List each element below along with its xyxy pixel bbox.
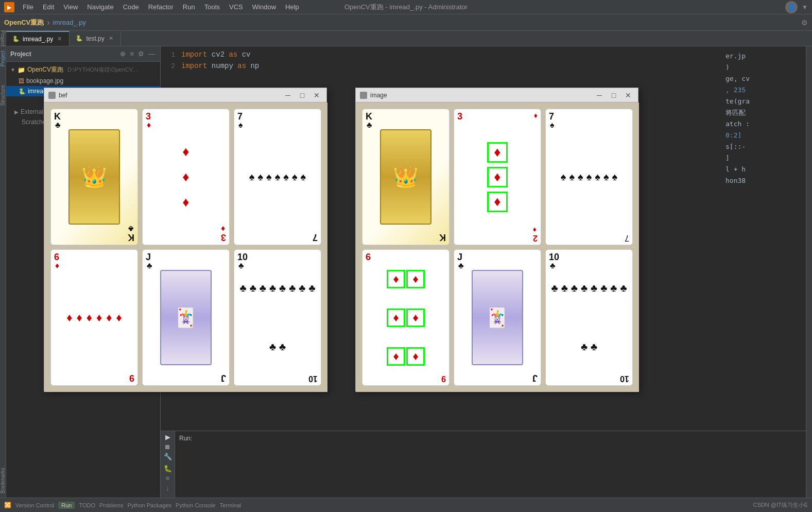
run-debug-btn[interactable]: 🐛	[164, 465, 172, 472]
menu-refactor[interactable]: Refactor	[144, 2, 178, 12]
code-line-2: 2 import numpy as np	[161, 62, 806, 73]
ide-window: ▶ File Edit View Navigate Code Refactor …	[0, 0, 812, 512]
img-d-2-wrap: ♦	[488, 168, 507, 186]
float-window-bef: bef ─ □ ✕ K ♣ 👑 K ♣ 3	[44, 88, 327, 391]
jack-figure: 🃏	[160, 270, 212, 365]
float-maximize-image[interactable]: □	[608, 90, 619, 101]
run-list-btn[interactable]: ≡	[166, 474, 170, 482]
float-minimize-image[interactable]: ─	[594, 90, 605, 101]
menu-window[interactable]: Window	[248, 2, 280, 12]
sidebar-project-tab[interactable]: Project	[0, 46, 6, 71]
img-diamond-3: ♦	[494, 194, 500, 210]
menu-tools[interactable]: Tools	[200, 2, 224, 12]
left-sidebar: Project Structure Bookmarks	[0, 46, 6, 498]
project-sidebar-label[interactable]: Project	[0, 30, 6, 46]
sync-btn[interactable]: ⊕	[119, 49, 127, 59]
c10-2: ♣	[250, 282, 256, 294]
tab-close-test[interactable]: ✕	[108, 35, 114, 42]
float-content-bef: K ♣ 👑 K ♣ 3 ♦ ♦ ♦ ♦	[44, 103, 327, 392]
img-jack-figure: 🃏	[472, 270, 524, 365]
jack-emoji: 🃏	[174, 307, 197, 329]
menu-vcs[interactable]: VCS	[225, 2, 247, 12]
folder-icon-root: 📁	[18, 66, 25, 74]
d6-4: ♦	[96, 311, 102, 325]
menu-help[interactable]: Help	[281, 2, 303, 12]
minus-btn[interactable]: —	[147, 49, 156, 59]
menu-file[interactable]: File	[19, 2, 38, 12]
partial-line-6: 将匹配	[725, 107, 804, 118]
partial-line-5: te(gra	[725, 96, 804, 107]
img-card-king-clubs: K ♣ 👑 K	[362, 109, 450, 245]
tree-root[interactable]: ▼ 📁 OpenCV重跑 D:\PYTHON项目\OpenCV...	[6, 64, 160, 76]
project-panel-header: Project ⊕ ≡ ⚙ —	[6, 46, 160, 62]
code-editor[interactable]: 1 import cv2 as cv 2 import numpy as np	[161, 46, 806, 77]
python-packages-btn[interactable]: Python Packages	[127, 502, 171, 508]
run-arrow-down-btn[interactable]: ↓	[166, 484, 169, 492]
tab-imread[interactable]: 🐍 imread_.py ✕	[6, 31, 70, 46]
diamond-2: ♦	[182, 169, 189, 185]
float-close-bef[interactable]: ✕	[311, 90, 322, 101]
c10-5: ♣	[279, 282, 286, 294]
c10-1: ♣	[240, 282, 247, 294]
card-jack-clubs: J ♣ 🃏 J	[142, 249, 230, 386]
git-icon[interactable]: 🔀	[4, 502, 11, 508]
right-sidebar	[806, 46, 812, 498]
float-title-text-bef: bef	[59, 92, 279, 99]
settings-btn[interactable]: ⚙	[137, 49, 145, 59]
menu-code[interactable]: Code	[119, 2, 143, 12]
dropdown-arrow[interactable]: ▼	[802, 4, 808, 11]
svg-text:▶: ▶	[7, 5, 12, 10]
version-control-btn[interactable]: Version Control	[15, 502, 54, 508]
menu-run[interactable]: Run	[179, 2, 199, 12]
menu-view[interactable]: View	[59, 2, 82, 12]
img-card-center-6d: ♦ ♦ ♦ ♦	[383, 250, 429, 385]
tree-label-bookpage: bookpage.jpg	[26, 77, 63, 84]
img-card-jack-clubs: J ♣ 🃏 J	[454, 249, 541, 386]
tree-root-path: D:\PYTHON项目\OpenCV...	[67, 66, 137, 74]
partial-line-1: er.jp	[725, 50, 804, 62]
python-console-btn[interactable]: Python Console	[176, 502, 216, 508]
float-minimize-bef[interactable]: ─	[282, 90, 293, 101]
sidebar-structure-tab[interactable]: Structure	[0, 81, 6, 110]
tab-test[interactable]: 🐍 test.py ✕	[70, 31, 120, 46]
collapse-btn[interactable]: ≡	[129, 49, 135, 59]
toolbar-settings[interactable]: ⚙	[801, 19, 808, 27]
float-maximize-bef[interactable]: □	[297, 90, 308, 101]
card-suit-3-diamonds: ♦	[147, 121, 151, 130]
float-titlebar-image: image ─ □ ✕	[356, 88, 638, 103]
tab-bar: Project 🐍 imread_.py ✕ 🐍 test.py ✕	[0, 31, 812, 46]
problems-btn[interactable]: Problems	[99, 502, 123, 508]
sidebar-bookmarks-tab[interactable]: Bookmarks	[0, 464, 6, 498]
line-num-2: 2	[161, 62, 181, 70]
run-tools-btn[interactable]: 🔧	[164, 453, 172, 460]
menu-right-controls: 👤 ▼	[785, 1, 808, 13]
c10-8: ♣	[308, 282, 315, 294]
menu-edit[interactable]: Edit	[39, 2, 58, 12]
king-figure: 👑	[68, 129, 120, 224]
run-stop-btn[interactable]: ⏹	[164, 443, 171, 451]
run-play-btn[interactable]: ▶	[165, 433, 170, 441]
card-6-diamonds: 6 ♦ ♦ ♦ ♦ ♦ ♦ ♦ 9	[50, 249, 138, 386]
float-icon-bef	[48, 92, 56, 99]
tab-icon-test: 🐍	[76, 35, 83, 42]
float-title-text-image: image	[370, 92, 591, 99]
line-code-1: import cv2 as cv	[181, 50, 250, 59]
tab-close-imread[interactable]: ✕	[56, 36, 63, 42]
c10-3: ♣	[260, 282, 266, 294]
bottom-bar: 🔀 Version Control Run TODO Problems Pyth…	[0, 498, 812, 512]
terminal-btn[interactable]: Terminal	[220, 502, 241, 508]
todo-btn[interactable]: TODO	[79, 502, 95, 508]
window-title: OpenCV重跑 - imread_.py - Administrator	[344, 3, 468, 12]
tree-arrow-ext: ▶	[14, 109, 19, 115]
float-close-image[interactable]: ✕	[623, 90, 634, 101]
float-content-image: K ♣ 👑 K 3 ♦	[356, 103, 639, 392]
card-suit-k-clubs: ♣	[55, 121, 61, 130]
card-rank-k-br: K	[128, 232, 134, 243]
toolbar-sep: ›	[47, 18, 49, 27]
run-btn[interactable]: Run	[58, 502, 75, 509]
spade-2: ♠	[257, 171, 263, 183]
img-card-center-7s: ♠ ♠ ♠ ♠ ♠ ♠ ♠	[557, 109, 621, 245]
user-avatar[interactable]: 👤	[785, 1, 798, 13]
tree-file-bookpage[interactable]: 🖼 bookpage.jpg	[6, 76, 160, 86]
menu-navigate[interactable]: Navigate	[83, 2, 117, 12]
